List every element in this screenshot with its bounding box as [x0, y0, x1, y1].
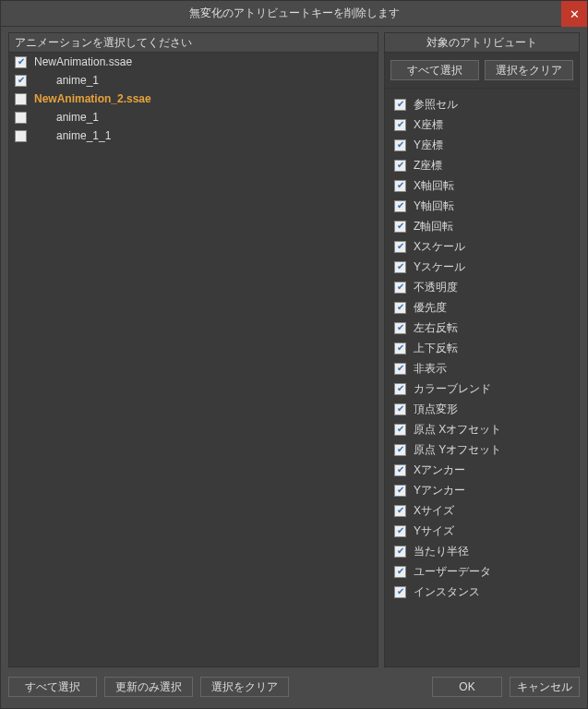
checkbox-icon[interactable]: ✔	[394, 119, 406, 131]
attribute-label: 原点 Yオフセット	[414, 442, 501, 458]
checkbox-icon[interactable]: ✔	[394, 586, 406, 598]
attribute-item[interactable]: ✔Yサイズ	[385, 521, 579, 541]
attribute-item[interactable]: ✔Yアンカー	[385, 480, 579, 500]
tree-item-label: NewAnimation_2.ssae	[34, 92, 151, 105]
tree-item[interactable]: ✔anime_1	[9, 71, 378, 90]
attribute-label: X軸回転	[414, 178, 454, 194]
attribute-item[interactable]: ✔Z座標	[385, 155, 579, 175]
ok-button[interactable]: OK	[432, 677, 502, 697]
tree-item[interactable]: ✔anime_1_1	[9, 126, 378, 145]
attribute-label: 優先度	[414, 300, 447, 316]
select-updated-button[interactable]: 更新のみ選択	[104, 677, 193, 697]
checkbox-icon[interactable]: ✔	[394, 180, 406, 192]
attribute-label: Xアンカー	[414, 463, 465, 478]
attribute-label: Z軸回転	[414, 219, 453, 234]
attribute-item[interactable]: ✔当たり半径	[385, 541, 579, 561]
checkbox-icon[interactable]: ✔	[394, 505, 406, 517]
checkbox-icon[interactable]: ✔	[394, 485, 406, 497]
attribute-item[interactable]: ✔参照セル	[385, 94, 579, 114]
attribute-item[interactable]: ✔Z軸回転	[385, 216, 579, 236]
tree-item-label: NewAnimation.ssae	[34, 55, 132, 68]
attribute-label: カラーブレンド	[414, 381, 491, 397]
close-button[interactable]: ✕	[561, 1, 587, 27]
attribute-item[interactable]: ✔Xサイズ	[385, 500, 579, 521]
animation-tree[interactable]: ✔NewAnimation.ssae✔anime_1✔NewAnimation_…	[8, 53, 378, 667]
attribute-label: 頂点変形	[414, 402, 458, 417]
tree-item[interactable]: ✔NewAnimation.ssae	[9, 53, 378, 71]
attribute-item[interactable]: ✔不透明度	[385, 277, 579, 297]
attribute-label: Z座標	[414, 158, 442, 174]
checkbox-icon[interactable]: ✔	[394, 403, 406, 415]
footer-left-buttons: すべて選択 更新のみ選択 選択をクリア	[8, 677, 289, 697]
attribute-item[interactable]: ✔インスタンス	[385, 582, 579, 602]
tree-item-label: anime_1_1	[34, 129, 111, 142]
attribute-item[interactable]: ✔左右反転	[385, 318, 579, 338]
checkbox-icon[interactable]: ✔	[394, 546, 406, 558]
checkbox-icon[interactable]: ✔	[394, 322, 406, 334]
dialog-window: 無変化のアトリビュートキーを削除します ✕ アニメーションを選択してください ✔…	[0, 0, 588, 709]
footer: すべて選択 更新のみ選択 選択をクリア OK キャンセル	[1, 667, 587, 708]
clear-attributes-button[interactable]: 選択をクリア	[485, 60, 573, 80]
attribute-item[interactable]: ✔ユーザーデータ	[385, 561, 579, 582]
attribute-item[interactable]: ✔カラーブレンド	[385, 379, 579, 399]
checkbox-icon[interactable]: ✔	[394, 221, 406, 233]
attribute-label: ユーザーデータ	[414, 564, 491, 580]
titlebar: 無変化のアトリビュートキーを削除します ✕	[1, 1, 587, 27]
checkbox-icon[interactable]: ✔	[394, 99, 406, 111]
checkbox-icon[interactable]: ✔	[394, 444, 406, 456]
attribute-label: Yスケール	[414, 259, 465, 275]
checkbox-icon[interactable]: ✔	[15, 130, 27, 142]
tree-item[interactable]: ✔anime_1	[9, 108, 378, 126]
checkbox-icon[interactable]: ✔	[394, 139, 406, 151]
animation-panel-header: アニメーションを選択してください	[8, 32, 378, 53]
checkbox-icon[interactable]: ✔	[15, 75, 27, 87]
attribute-item[interactable]: ✔Xスケール	[385, 236, 579, 257]
checkbox-icon[interactable]: ✔	[394, 342, 406, 354]
attribute-label: 原点 Xオフセット	[414, 422, 501, 438]
attribute-panel: 対象のアトリビュート すべて選択 選択をクリア ✔参照セル✔X座標✔Y座標✔Z座…	[384, 32, 580, 667]
checkbox-icon[interactable]: ✔	[394, 160, 406, 172]
cancel-button[interactable]: キャンセル	[510, 677, 580, 697]
checkbox-icon[interactable]: ✔	[394, 363, 406, 375]
attribute-item[interactable]: ✔Xアンカー	[385, 460, 579, 480]
attribute-label: 非表示	[414, 361, 447, 377]
checkbox-icon[interactable]: ✔	[394, 282, 406, 294]
attribute-item[interactable]: ✔原点 Yオフセット	[385, 439, 579, 460]
checkbox-icon[interactable]: ✔	[394, 261, 406, 273]
select-all-attributes-button[interactable]: すべて選択	[390, 60, 479, 80]
attribute-label: 左右反転	[414, 320, 458, 336]
attribute-item[interactable]: ✔X軸回転	[385, 175, 579, 196]
attribute-item[interactable]: ✔頂点変形	[385, 399, 579, 419]
attribute-item[interactable]: ✔Y座標	[385, 135, 579, 155]
checkbox-icon[interactable]: ✔	[394, 464, 406, 476]
attribute-item[interactable]: ✔Yスケール	[385, 257, 579, 277]
attribute-item[interactable]: ✔非表示	[385, 358, 579, 379]
checkbox-icon[interactable]: ✔	[394, 525, 406, 537]
attribute-item[interactable]: ✔優先度	[385, 297, 579, 318]
window-title: 無変化のアトリビュートキーを削除します	[189, 6, 400, 21]
checkbox-icon[interactable]: ✔	[394, 566, 406, 578]
attribute-buttons: すべて選択 選択をクリア	[384, 53, 580, 89]
attribute-label: 参照セル	[414, 97, 458, 113]
checkbox-icon[interactable]: ✔	[394, 424, 406, 436]
checkbox-icon[interactable]: ✔	[15, 56, 27, 68]
clear-selection-button[interactable]: 選択をクリア	[200, 677, 289, 697]
tree-item-label: anime_1	[34, 74, 99, 87]
attribute-panel-header: 対象のアトリビュート	[384, 32, 580, 53]
attribute-label: Yアンカー	[414, 483, 465, 499]
checkbox-icon[interactable]: ✔	[15, 93, 27, 105]
attribute-item[interactable]: ✔原点 Xオフセット	[385, 419, 579, 439]
checkbox-icon[interactable]: ✔	[394, 241, 406, 253]
attribute-item[interactable]: ✔上下反転	[385, 338, 579, 358]
attribute-label: 不透明度	[414, 280, 458, 295]
attribute-item[interactable]: ✔Y軸回転	[385, 196, 579, 216]
tree-item[interactable]: ✔NewAnimation_2.ssae	[9, 90, 378, 108]
checkbox-icon[interactable]: ✔	[394, 383, 406, 395]
checkbox-icon[interactable]: ✔	[394, 302, 406, 314]
select-all-button[interactable]: すべて選択	[8, 677, 97, 697]
animation-panel: アニメーションを選択してください ✔NewAnimation.ssae✔anim…	[8, 32, 378, 667]
attribute-list[interactable]: ✔参照セル✔X座標✔Y座標✔Z座標✔X軸回転✔Y軸回転✔Z軸回転✔Xスケール✔Y…	[384, 89, 580, 667]
checkbox-icon[interactable]: ✔	[15, 112, 27, 124]
checkbox-icon[interactable]: ✔	[394, 200, 406, 212]
attribute-item[interactable]: ✔X座標	[385, 114, 579, 135]
